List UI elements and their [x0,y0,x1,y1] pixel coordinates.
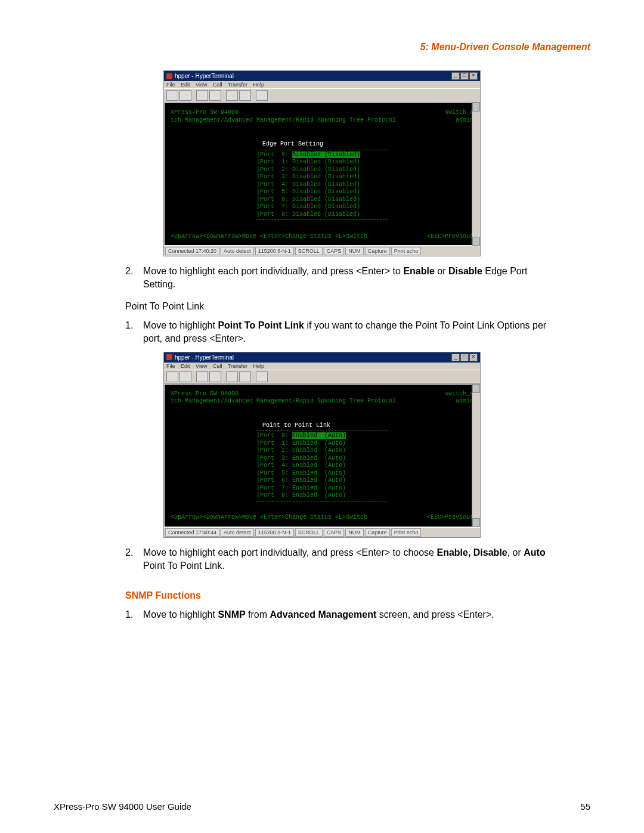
restore-button[interactable]: □ [460,354,469,361]
step-number: 1. [125,319,143,346]
status-baud: 115200 8-N-1 [255,528,294,537]
step-text: Move to highlight SNMP from Advanced Man… [143,608,590,621]
port-row: |Port 4: Enabled (Auto) [256,462,388,470]
port-row: |Port 7: Enabled (Auto) [256,485,388,493]
instruction-step: 1. Move to highlight SNMP from Advanced … [125,608,590,621]
term-header-right: switch_a [445,109,473,117]
menu-transfer[interactable]: Transfer [228,82,247,88]
term-breadcrumb: tch Management/Advanced Management/Rapid… [171,117,396,125]
term-box-rows: |Port 9: Disabled (Disabled)|Port 1: Dis… [256,150,388,221]
scrollbar[interactable] [472,103,480,246]
status-scroll: SCROLL [295,247,323,255]
term-header-left: XPress-Pro SW 94000 [171,391,239,398]
step-number: 1. [125,608,143,621]
status-capture: Capture [365,528,390,537]
status-echo: Print echo [391,247,422,255]
instruction-step: 2. Move to highlight each port individua… [125,546,590,573]
status-baud: 115200 8-N-1 [255,247,294,255]
port-row: |Port 4: Disabled (Disabled) [256,181,388,189]
toolbar-btn[interactable] [179,371,191,382]
port-row: |Port 6: Disabled (Disabled) [256,196,388,204]
close-button[interactable]: × [469,72,478,80]
status-num: NUM [345,247,364,255]
toolbar-btn[interactable] [226,371,238,382]
section-heading: SNMP Functions [125,590,590,601]
toolbar-btn[interactable] [256,90,268,101]
term-footer-left: <UpArrow><DownArrow>Move <Enter>Change S… [171,233,367,241]
scrollbar[interactable] [472,384,480,527]
menu-view[interactable]: View [196,82,207,88]
term-user: admin [456,398,473,405]
step-text: Move to highlight each port individually… [143,546,590,573]
step-number: 2. [125,265,143,292]
status-num: NUM [345,528,364,537]
terminal-output: XPress-Pro SW 94000 switch_a tch Managem… [165,385,479,527]
toolbar-btn[interactable] [209,90,221,101]
window-title: hpper - HyperTerminal [175,354,234,361]
toolbar-btn[interactable] [239,90,251,101]
status-bar: Connected 17:40:44 Auto detect 115200 8-… [164,527,480,537]
term-box: Edge Port Setting |Port 9: Disabled (Dis… [256,140,388,220]
port-row: |Port 2: Disabled (Disabled) [256,166,388,174]
term-footer-right: <ESC>Previous [427,514,473,522]
menu-edit[interactable]: Edit [181,363,190,369]
window-titlebar: hpper - HyperTerminal _ □ × [164,352,480,363]
port-row: |Port 8: Enabled (Auto) [256,492,388,500]
toolbar-btn[interactable] [166,90,178,101]
window-controls: _ □ × [451,354,478,361]
menu-bar: File Edit View Call Transfer Help [164,81,480,88]
status-connected: Connected 17:40:44 [165,528,219,537]
status-caps: CAPS [324,247,345,255]
menu-help[interactable]: Help [253,363,265,369]
menu-transfer[interactable]: Transfer [228,363,247,369]
term-box-title: Point to Point Link [259,421,334,431]
toolbar [164,88,480,103]
page-footer: XPress-Pro SW 94000 User Guide 55 [54,801,590,812]
port-row: |Port 1: Disabled (Disabled) [256,159,388,166]
page-header: 5: Menu-Driven Console Management [54,42,590,52]
menu-file[interactable]: File [166,82,175,88]
window-controls: _ □ × [451,72,478,80]
menu-bar: File Edit View Call Transfer Help [164,363,480,370]
status-scroll: SCROLL [295,528,323,537]
toolbar-btn[interactable] [256,371,268,382]
page-number: 55 [580,801,590,812]
status-bar: Connected 17:40:20 Auto detect 115200 8-… [164,246,480,256]
term-box: Point to Point Link |Port 9: Enabled (Au… [256,421,388,501]
minimize-button[interactable]: _ [451,354,460,361]
status-detect: Auto detect [221,247,254,255]
status-connected: Connected 17:40:20 [165,247,219,255]
port-row: |Port 2: Enabled (Auto) [256,447,388,455]
toolbar-btn[interactable] [239,371,251,382]
menu-edit[interactable]: Edit [181,82,190,88]
minimize-button[interactable]: _ [451,72,460,80]
status-caps: CAPS [324,528,345,537]
toolbar-btn[interactable] [196,371,208,382]
toolbar-btn[interactable] [226,90,238,101]
toolbar-btn[interactable] [179,90,191,101]
menu-call[interactable]: Call [213,363,222,369]
terminal-output: XPress-Pro SW 94000 switch_a tch Managem… [165,103,479,245]
toolbar-btn[interactable] [209,371,221,382]
window-title: hpper - HyperTerminal [175,73,234,79]
document-page: 5: Menu-Driven Console Management hpper … [0,0,644,833]
step-number: 2. [125,546,143,573]
app-icon [166,73,172,79]
toolbar-btn[interactable] [166,371,178,382]
menu-file[interactable]: File [166,363,175,369]
close-button[interactable]: × [469,354,478,361]
instruction-step: 1. Move to highlight Point To Point Link… [125,319,590,346]
menu-view[interactable]: View [196,363,207,369]
menu-help[interactable]: Help [253,82,265,88]
menu-call[interactable]: Call [213,82,222,88]
step-text: Move to highlight each port individually… [143,265,590,292]
port-row: |Port 5: Disabled (Disabled) [256,188,388,196]
restore-button[interactable]: □ [460,72,469,80]
toolbar-btn[interactable] [196,90,208,101]
terminal-wrap: XPress-Pro SW 94000 switch_a tch Managem… [164,103,480,246]
sub-heading: Point To Point Link [125,301,590,312]
port-row: |Port 9: Disabled (Disabled) [256,151,388,159]
terminal-screenshot-2: hpper - HyperTerminal _ □ × File Edit Vi… [163,352,481,538]
port-row: |Port 1: Enabled (Auto) [256,440,388,448]
terminal-wrap: XPress-Pro SW 94000 switch_a tch Managem… [164,384,480,527]
